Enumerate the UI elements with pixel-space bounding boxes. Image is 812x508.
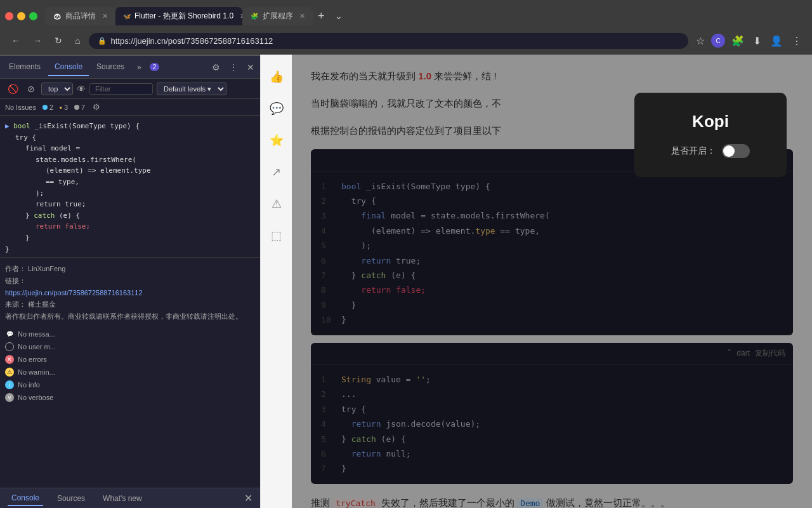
code-line-7: 7 } catch (e) { [321,268,783,283]
dt-settings-button[interactable]: ⚙ [209,61,223,74]
highlight-version: 1.0 [418,70,431,81]
window-maximize-btn[interactable] [29,12,37,20]
home-button[interactable]: ⌂ [71,33,84,48]
menu-button[interactable]: ⋮ [789,32,804,50]
code-line-3: 3 final model = state.models.firstWhere( [321,208,783,223]
sidebar-item-label-info: No info [18,381,40,389]
back-button[interactable]: ← [8,33,24,48]
dt-sidebar-item-warnings: ⚠ No warnin... [0,366,260,378]
dt-code-block: ▶ bool _isExist(SomeType type) { try { f… [0,118,260,257]
tab-close-flutter[interactable]: ✕ [240,12,242,20]
sidebar-item-label-errors: No errors [18,356,47,363]
share-icon[interactable]: ↗ [269,163,284,182]
star-icon[interactable]: ⭐ [267,131,286,150]
issues-gear-button[interactable]: ⚙ [93,102,100,112]
devtools-issues-bar: No Issues 2 ▪ 3 7 ⚙ [0,99,260,116]
article-text-1: 我在发布的当天就升级到 1.0 来尝尝鲜，结 ! [311,67,793,84]
tab-flutter[interactable]: 🦋 Flutter - 热更新 Shorebird 1.0 ✕ [115,7,242,25]
db-tab-sources[interactable]: Sources [53,491,89,505]
dt-panel-close-button[interactable]: ✕ [244,492,252,504]
extensions-button[interactable]: 🧩 [729,32,747,50]
issue-dot-blue [43,105,48,110]
dt-link-line: 链接： https://juejin.cn/post/7358672588716… [5,275,255,298]
dt-level-select[interactable]: Default levels ▾ [157,83,226,95]
dt-sidebar-item-verbose: v No verbose [0,391,260,404]
url-text: https://juejin.cn/post/73586725887161631… [110,36,273,46]
dt-block-button[interactable]: ⊘ [25,83,37,95]
new-tab-button[interactable]: + [313,7,330,25]
reload-button[interactable]: ↻ [51,33,66,48]
dt-tab-sources[interactable]: Sources [90,58,131,76]
dt-author-line: 作者： LinXunFeng [5,263,255,275]
main-area: Elements Console Sources » 2 ⚙ ⋮ ✕ 🚫 ⊘ t… [0,55,812,508]
tab-favicon-flutter: 🦋 [123,11,131,20]
db-tab-console[interactable]: Console [8,491,43,506]
comment-icon[interactable]: 💬 [267,99,286,118]
tab-extension[interactable]: 🧩 扩展程序 ✕ [242,7,313,25]
dt-tab-elements[interactable]: Elements [3,58,47,76]
code-body-1: 1bool _isExist(SomeType type) { 2 try { … [311,171,793,335]
tab-title-flutter: Flutter - 热更新 Shorebird 1.0 [134,11,233,22]
filter-input[interactable] [89,83,153,95]
dt-tab-console[interactable]: Console [48,58,89,76]
dt-copyright-line: 著作权归作者所有。商业转载请联系作者获得授权，非商业转载请注明出处。 [5,311,255,323]
modal-toggle[interactable] [722,144,750,158]
inline-code-trycatch: tryCatch [332,498,379,508]
db-tab-whatsnew[interactable]: What's new [99,491,146,505]
profile-icon[interactable]: C [711,34,725,48]
devtools-tabs: Elements Console Sources » 2 ⚙ ⋮ ✕ [0,56,260,79]
modal-title: Kopi [692,112,729,131]
dt-link[interactable]: https://juejin.cn/post/73586725887161631… [5,289,143,297]
dt-more-button[interactable]: » [132,60,147,74]
dt-clear-button[interactable]: 🚫 [5,83,21,95]
code2-line-1: 1String value = ''; [321,372,783,387]
issue-count-yellow: 3 [64,104,68,111]
code-copy-2[interactable]: 复制代码 [755,348,785,359]
window-minimize-btn[interactable] [17,12,25,20]
code-lang-2: dart [737,347,750,361]
download-button[interactable]: ⬇ [750,32,764,50]
dt-actions: ⚙ ⋮ ✕ [209,61,258,74]
dt-sidebar-item-user: No user m... [0,340,260,353]
issue-count-gray: 7 [81,104,85,111]
dt-more-options-button[interactable]: ⋮ [226,61,241,74]
code-collapse-2[interactable]: ˅ [727,348,731,358]
tab-close-extension[interactable]: ✕ [299,12,305,20]
verbose-icon: v [5,393,14,402]
code-line-1: 1bool _isExist(SomeType type) { [321,179,783,194]
tab-favicon-extension: 🧩 [250,11,259,20]
lock-icon: 🔒 [98,37,107,45]
article-bottom-text: 推测 tryCatch 失效了，然后我建了一个最小的 Demo 做测试，竟然一切… [311,494,793,508]
tab-overflow-button[interactable]: ⌄ [332,8,345,23]
code-line-5: 5 ); [321,238,783,253]
address-input[interactable]: 🔒 https://juejin.cn/post/735867258871616… [89,33,688,49]
sidebar-item-label-messages: No messa... [18,330,55,338]
forward-button[interactable]: → [29,33,46,48]
issue-dot-gray [74,105,79,110]
screenshot-icon[interactable]: ⬚ [268,226,284,245]
code2-line-5: 5} catch (e) { [321,432,783,446]
address-bar: ← → ↻ ⌂ 🔒 https://juejin.cn/post/7358672… [0,27,812,55]
tab-close-shoppingdetail[interactable]: ✕ [102,12,108,20]
like-icon[interactable]: 👍 [267,67,286,86]
code-line-10: 10} [321,312,783,327]
warning-icon: ⚠ [5,368,14,377]
window-close-btn[interactable] [5,12,13,20]
dt-eye-button[interactable]: 👁 [77,84,86,94]
code2-line-6: 6 return null; [321,446,783,461]
code2-line-7: 7} [321,461,783,476]
dt-sidebar-item-info: i No info [0,378,260,391]
toggle-thumb [723,145,735,157]
dt-scope-select[interactable]: top [41,83,73,95]
page-content: 我在发布的当天就升级到 1.0 来尝尝鲜，结 ! 当时脑袋嗡嗡的，我就只改了文本… [292,55,812,508]
issue-badge-blue: 2 [43,104,53,111]
issue-count-blue: 2 [49,104,53,111]
account-button[interactable]: 👤 [768,32,785,50]
tab-shoppingdetail[interactable]: 🐼 商品详情 ✕ [45,7,115,25]
dt-sidebar-items: 💬 No messa... No user m... ✕ No errors ⚠… [0,328,260,404]
message-icon: 💬 [5,330,14,338]
dt-close-button[interactable]: ✕ [244,61,258,74]
code2-line-3: 3try { [321,402,783,417]
bookmark-button[interactable]: ☆ [693,32,707,50]
warning-flag-icon[interactable]: ⚠ [269,194,284,213]
